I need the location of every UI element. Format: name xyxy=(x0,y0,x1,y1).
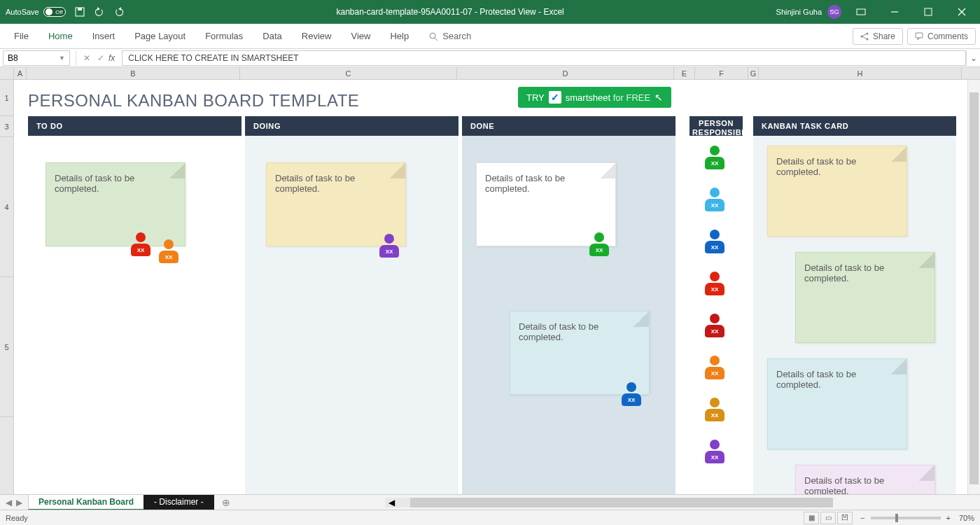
lane-header-done: DONE xyxy=(462,116,676,136)
col-A[interactable]: A xyxy=(14,67,27,79)
person-icon[interactable]: XX xyxy=(378,234,400,258)
col-B[interactable]: B xyxy=(27,67,240,79)
task-card-2[interactable]: Details of task to be completed. xyxy=(795,252,935,343)
legend-person[interactable]: XX xyxy=(704,440,726,463)
lane-header-doing: DOING xyxy=(245,116,458,136)
row-3[interactable]: 3 xyxy=(0,116,13,137)
row-4[interactable]: 4 xyxy=(0,137,13,277)
svg-rect-1 xyxy=(78,8,82,10)
status-bar: Ready ▦ ▭ 凹 − + 70% xyxy=(0,510,980,525)
zoom-in-icon[interactable]: + xyxy=(946,514,951,522)
person-icon[interactable]: XX xyxy=(588,232,610,256)
sheet-tabs: ◀▶ Personal Kanban Board - Disclaimer - … xyxy=(0,494,980,510)
svg-point-9 xyxy=(866,32,868,34)
add-sheet-icon[interactable]: ⊕ xyxy=(214,497,239,508)
svg-point-7 xyxy=(430,33,435,38)
legend-person[interactable]: XX xyxy=(704,272,726,295)
ribbon-display-icon[interactable] xyxy=(847,0,875,24)
horizontal-scrollbar[interactable]: ◀ xyxy=(239,498,980,507)
col-C[interactable]: C xyxy=(240,67,457,79)
row-headers: 1 3 4 5 xyxy=(0,80,14,525)
share-icon xyxy=(860,32,869,41)
person-icon[interactable]: XX xyxy=(130,232,152,256)
person-icon[interactable]: XX xyxy=(620,382,643,406)
worksheet-grid[interactable]: 1 3 4 5 PERSONAL KANBAN BOARD TEMPLATE T… xyxy=(0,80,980,525)
col-G[interactable]: G xyxy=(748,67,759,79)
cursor-icon: ↖ xyxy=(654,92,663,103)
col-F[interactable]: F xyxy=(695,67,748,79)
redo-icon[interactable] xyxy=(113,6,125,18)
user-avatar[interactable]: SG xyxy=(827,5,841,19)
row-5[interactable]: 5 xyxy=(0,277,13,417)
autosave-toggle[interactable]: AutoSave Off xyxy=(6,7,66,17)
maximize-icon[interactable] xyxy=(914,0,942,24)
comments-button[interactable]: Comments xyxy=(907,28,976,45)
tab-page-layout[interactable]: Page Layout xyxy=(125,24,195,48)
tab-file[interactable]: File xyxy=(4,24,38,48)
ribbon-tabs: File Home Insert Page Layout Formulas Da… xyxy=(0,24,980,49)
tab-insert[interactable]: Insert xyxy=(83,24,125,48)
sheet-nav-next-icon[interactable]: ▶ xyxy=(16,498,22,507)
svg-rect-2 xyxy=(857,9,865,15)
page-break-view-icon[interactable]: 凹 xyxy=(837,512,853,524)
expand-formula-icon[interactable]: ⌄ xyxy=(966,50,980,66)
svg-point-11 xyxy=(860,35,862,37)
card-todo[interactable]: Details of task to be completed. xyxy=(46,162,186,246)
legend-person[interactable]: XX xyxy=(704,356,726,379)
legend-person[interactable]: XX xyxy=(704,188,726,211)
legend-person[interactable]: XX xyxy=(704,146,726,169)
tab-help[interactable]: Help xyxy=(380,24,419,48)
tab-data[interactable]: Data xyxy=(253,24,291,48)
check-icon: ✓ xyxy=(549,91,561,104)
sheet-tab-active[interactable]: Personal Kanban Board xyxy=(28,495,144,510)
search-box[interactable]: Search xyxy=(419,24,481,48)
save-icon[interactable] xyxy=(74,6,85,18)
formula-bar: B8 ▼ ✕ ✓ fx CLICK HERE TO CREATE IN SMAR… xyxy=(0,49,980,67)
close-icon[interactable] xyxy=(948,0,976,24)
page-layout-view-icon[interactable]: ▭ xyxy=(820,512,836,524)
tab-review[interactable]: Review xyxy=(292,24,342,48)
minimize-icon[interactable] xyxy=(881,0,909,24)
col-H[interactable]: H xyxy=(759,67,962,79)
user-name: Shinjini Guha xyxy=(776,8,822,16)
svg-line-8 xyxy=(435,38,438,41)
tab-home[interactable]: Home xyxy=(38,24,83,48)
enter-formula-icon[interactable]: ✓ xyxy=(97,53,104,63)
chevron-down-icon: ▼ xyxy=(59,55,65,62)
tab-view[interactable]: View xyxy=(341,24,380,48)
svg-point-10 xyxy=(866,38,868,40)
tab-formulas[interactable]: Formulas xyxy=(195,24,253,48)
share-button[interactable]: Share xyxy=(853,28,903,45)
search-icon xyxy=(428,31,438,41)
normal-view-icon[interactable]: ▦ xyxy=(804,512,819,524)
task-card-1[interactable]: Details of task to be completed. xyxy=(767,146,907,237)
window-title: kanban-card-template-95AA0011-07 - Prote… xyxy=(125,7,776,17)
try-smartsheet-button[interactable]: TRY ✓ smartsheet for FREE ↖ xyxy=(518,87,671,108)
select-all-corner[interactable] xyxy=(0,67,14,79)
legend-person[interactable]: XX xyxy=(704,230,726,253)
col-D[interactable]: D xyxy=(457,67,674,79)
legend-person[interactable]: XX xyxy=(704,314,726,337)
sheet-tab-disclaimer[interactable]: - Disclaimer - xyxy=(144,495,214,510)
row-1[interactable]: 1 xyxy=(0,80,13,116)
zoom-slider[interactable] xyxy=(871,517,941,519)
column-headers: A B C D E F G H xyxy=(0,67,980,80)
svg-rect-4 xyxy=(925,8,932,15)
board-title: PERSONAL KANBAN BOARD TEMPLATE xyxy=(28,91,359,111)
cancel-formula-icon[interactable]: ✕ xyxy=(83,53,90,63)
fx-icon[interactable]: fx xyxy=(108,53,122,63)
sheet-nav-prev-icon[interactable]: ◀ xyxy=(6,498,12,507)
name-box[interactable]: B8 ▼ xyxy=(3,50,70,66)
autosave-label: AutoSave xyxy=(6,8,39,16)
zoom-out-icon[interactable]: − xyxy=(860,514,864,522)
svg-rect-12 xyxy=(916,33,923,38)
zoom-level[interactable]: 70% xyxy=(959,514,974,522)
person-icon[interactable]: XX xyxy=(158,239,180,263)
col-E[interactable]: E xyxy=(674,67,695,79)
vertical-scrollbar[interactable] xyxy=(967,80,980,525)
lane-header-todo: TO DO xyxy=(28,116,241,136)
legend-person[interactable]: XX xyxy=(704,398,726,421)
formula-input[interactable]: CLICK HERE TO CREATE IN SMARTSHEET xyxy=(122,50,966,66)
task-card-3[interactable]: Details of task to be completed. xyxy=(767,358,907,449)
undo-icon[interactable] xyxy=(94,6,105,18)
